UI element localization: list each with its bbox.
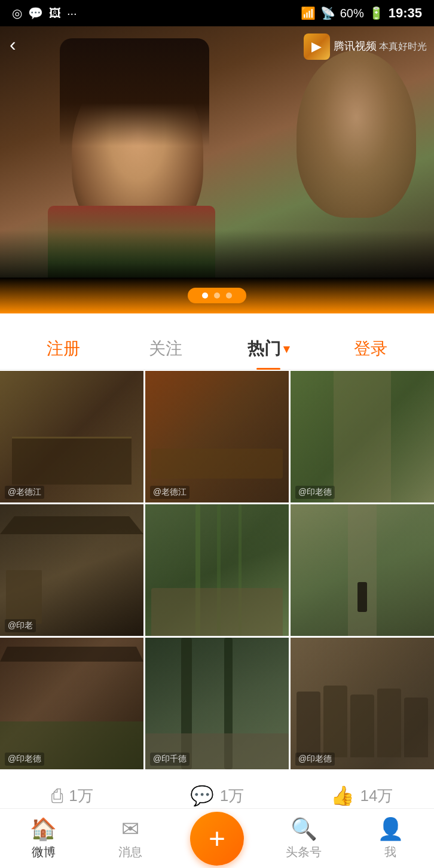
nav-message[interactable]: ✉ 消息 xyxy=(87,812,173,865)
dot-1 xyxy=(202,293,208,299)
bottom-nav: 🏠 微博 ✉ 消息 + 🔍 头条号 👤 我 xyxy=(0,808,434,868)
time-label: 19:35 xyxy=(389,5,422,21)
watermark-1-1: @老德江 xyxy=(5,486,44,499)
battery-icon: 🔋 xyxy=(369,6,384,20)
video-image xyxy=(0,26,434,278)
repost-count: 1万 xyxy=(69,785,93,806)
tab-login[interactable]: 登录 xyxy=(320,328,423,370)
nav-tabs: 注册 关注 热门 ▾ 登录 xyxy=(0,328,434,370)
repost-icon: ⎙ xyxy=(51,785,63,807)
dots-container xyxy=(0,278,434,313)
watermark-3-2: @印千德 xyxy=(150,753,190,766)
photo-cell-2-3[interactable] xyxy=(291,504,434,636)
comment-icon: 💬 xyxy=(190,784,214,807)
comment-action[interactable]: 💬 1万 xyxy=(145,784,289,807)
tencent-logo-icon: ▶ xyxy=(304,33,330,60)
status-bar-left: ◎ 💬 🖼 ··· xyxy=(12,6,77,20)
watermark-3-3: @印老德 xyxy=(295,753,335,766)
profile-label: 我 xyxy=(384,844,396,860)
dot-2 xyxy=(214,293,220,299)
discover-icon: 🔍 xyxy=(291,817,317,842)
photo-cell-2-2[interactable] xyxy=(145,504,289,636)
tab-hot[interactable]: 热门 ▾ xyxy=(217,328,320,370)
discover-label: 头条号 xyxy=(286,844,322,860)
repost-action[interactable]: ⎙ 1万 xyxy=(0,785,145,807)
photo-row-3: @印老德 @印千德 xyxy=(0,638,434,769)
plus-button[interactable]: + xyxy=(190,812,244,866)
photo-cell-3-3[interactable]: @印老德 xyxy=(291,638,434,769)
dots-pill xyxy=(188,288,246,303)
signal-icon: 📶 xyxy=(301,6,316,20)
video-banner[interactable]: ‹ ▶ 腾讯视频 本真好时光 xyxy=(0,26,434,278)
like-icon: 👍 xyxy=(331,784,354,807)
nav-profile[interactable]: 👤 我 xyxy=(347,812,434,865)
status-icon-1: ◎ xyxy=(12,6,22,20)
photo-cell-1-2[interactable]: @老德江 xyxy=(145,371,289,502)
watermark-3-1: @印老德 xyxy=(5,753,44,766)
photo-cell-2-1[interactable]: @印老 xyxy=(0,504,143,636)
back-button[interactable]: ‹ xyxy=(10,33,16,56)
hair-element xyxy=(60,38,209,146)
photo-row-1: @老德江 @老德江 @印老德 xyxy=(0,371,434,502)
tab-follow[interactable]: 关注 xyxy=(115,328,218,370)
weibo-home-label: 微博 xyxy=(32,844,56,860)
tencent-logo-text: 腾讯视频 本真好时光 xyxy=(334,40,427,53)
nav-discover[interactable]: 🔍 头条号 xyxy=(261,812,347,865)
hot-dropdown-arrow: ▾ xyxy=(283,342,289,356)
nav-weibo[interactable]: 🏠 微博 xyxy=(0,812,87,865)
character-face-2 xyxy=(297,50,416,218)
battery-label: 60% xyxy=(340,7,364,20)
profile-icon: 👤 xyxy=(377,817,404,842)
status-bar-right: 📶 📡 60% 🔋 19:35 xyxy=(301,5,422,21)
photo-cell-1-3[interactable]: @印老德 xyxy=(291,371,434,502)
photo-grid: @老德江 @老德江 @印老德 xyxy=(0,370,434,772)
watermark-2-1: @印老 xyxy=(5,619,36,632)
wifi-icon: 📡 xyxy=(320,6,335,20)
dot-3 xyxy=(226,293,232,299)
spacer xyxy=(0,313,434,328)
photo-cell-3-2[interactable]: @印千德 xyxy=(145,638,289,769)
like-action[interactable]: 👍 14万 xyxy=(289,784,434,807)
tab-register[interactable]: 注册 xyxy=(12,328,115,370)
status-icon-4: ··· xyxy=(67,7,77,20)
comment-count: 1万 xyxy=(220,785,244,806)
like-count: 14万 xyxy=(360,785,393,806)
watermark-1-2: @老德江 xyxy=(150,486,190,499)
message-label: 消息 xyxy=(118,844,142,860)
photo-cell-1-1[interactable]: @老德江 xyxy=(0,371,143,502)
weibo-home-icon: 🏠 xyxy=(30,817,57,842)
watermark-1-3: @印老德 xyxy=(295,486,335,499)
status-bar: ◎ 💬 🖼 ··· 📶 📡 60% 🔋 19:35 xyxy=(0,0,434,26)
photo-cell-3-1[interactable]: @印老德 xyxy=(0,638,143,769)
status-icon-3: 🖼 xyxy=(49,7,61,20)
message-icon: ✉ xyxy=(121,817,139,842)
status-icon-2: 💬 xyxy=(28,6,43,20)
nav-plus-center: + xyxy=(173,812,260,866)
photo-row-2: @印老 xyxy=(0,504,434,636)
video-overlay xyxy=(0,230,434,278)
tencent-logo[interactable]: ▶ 腾讯视频 本真好时光 xyxy=(304,33,427,60)
